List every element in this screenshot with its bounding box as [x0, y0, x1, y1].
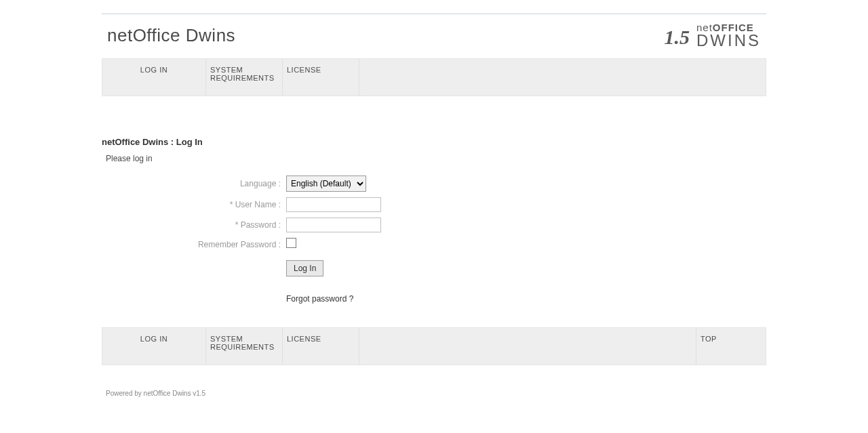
brand-bottom: DWINS	[696, 33, 761, 49]
footer-powered: Powered by netOffice Dwins v1.5	[102, 365, 766, 397]
please-login-text: Please log in	[106, 154, 766, 163]
language-select[interactable]: English (Default)	[286, 176, 366, 192]
login-button[interactable]: Log In	[286, 260, 323, 276]
nav-login-bottom[interactable]: LOG IN	[102, 328, 206, 365]
header: netOffice Dwins 1.5 netOFFICE DWINS	[102, 14, 766, 58]
brand-right: 1.5 netOFFICE DWINS	[665, 22, 762, 49]
brand-title: netOffice Dwins	[107, 25, 235, 46]
nav-license[interactable]: LICENSE	[283, 59, 359, 96]
nav-sysreq[interactable]: SYSTEM REQUIREMENTS	[206, 59, 283, 96]
nav-spacer-bottom	[359, 328, 696, 365]
password-input[interactable]	[286, 218, 381, 232]
nav-top[interactable]: TOP	[696, 328, 766, 365]
label-username: * User Name :	[102, 194, 283, 215]
brand-stack: netOFFICE DWINS	[696, 22, 761, 49]
label-password: * Password :	[102, 215, 283, 235]
page-title: netOffice Dwins : Log In	[102, 137, 766, 147]
navbar-top: LOG IN SYSTEM REQUIREMENTS LICENSE	[102, 58, 766, 96]
nav-spacer	[359, 59, 766, 96]
label-language: Language :	[102, 173, 283, 194]
login-form: Language : English (Default) * User Name…	[102, 173, 384, 307]
nav-login[interactable]: LOG IN	[102, 59, 206, 96]
username-input[interactable]	[286, 197, 381, 212]
content: netOffice Dwins : Log In Please log in L…	[102, 96, 766, 327]
label-remember: Remember Password :	[102, 235, 283, 253]
remember-checkbox[interactable]	[286, 238, 296, 248]
forgot-password-link[interactable]: Forgot password ?	[286, 282, 353, 304]
nav-sysreq-bottom[interactable]: SYSTEM REQUIREMENTS	[206, 328, 283, 365]
brand-version: 1.5	[665, 26, 690, 49]
navbar-bottom: LOG IN SYSTEM REQUIREMENTS LICENSE TOP	[102, 327, 766, 365]
nav-license-bottom[interactable]: LICENSE	[283, 328, 359, 365]
